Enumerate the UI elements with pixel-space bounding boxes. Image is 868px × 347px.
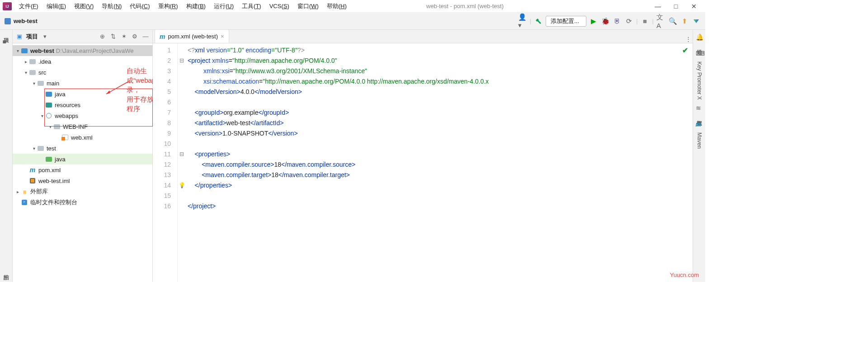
menu-help[interactable]: 帮助(H) bbox=[323, 1, 350, 11]
structure-icon[interactable]: ⠿ bbox=[3, 275, 10, 282]
tree-webinf[interactable]: ▾WEB-INF bbox=[13, 121, 152, 132]
tree-root[interactable]: ▾web-testD:\JavaLearn\Project\JavaWe bbox=[13, 45, 152, 56]
user-icon[interactable]: 👤▾ bbox=[518, 17, 527, 26]
tree-webapps[interactable]: ▾webapps bbox=[13, 110, 152, 121]
tree-test[interactable]: ▾test bbox=[13, 143, 152, 154]
settings-icon[interactable]: ⚙ bbox=[131, 33, 139, 41]
tree-resources[interactable]: resources bbox=[13, 99, 152, 110]
menu-build[interactable]: 构建(B) bbox=[183, 1, 209, 11]
bookmarks-icon[interactable]: ■ bbox=[3, 38, 10, 45]
translate-icon[interactable]: 文A bbox=[656, 17, 665, 26]
right-tool-strip: 🔔 通知 ⌨ Key Promoter X ≋ 数据库 m Maven bbox=[693, 30, 705, 282]
left-tool-strip: 项目 ■ 结构 ⠿ bbox=[0, 30, 13, 282]
debug-icon[interactable]: 🐞 bbox=[601, 17, 610, 26]
tree-java[interactable]: java bbox=[13, 89, 152, 99]
database-icon[interactable]: ≋ bbox=[696, 104, 703, 112]
tab-pom[interactable]: m pom.xml (web-test) × bbox=[155, 29, 229, 43]
tree-libs[interactable]: ▸⫼外部库 bbox=[13, 186, 152, 197]
update-icon[interactable]: ⬆ bbox=[680, 17, 689, 26]
tree-main[interactable]: ▾main bbox=[13, 78, 152, 89]
panel-view-icon[interactable]: ▣ bbox=[15, 33, 24, 41]
tree-test-java[interactable]: java bbox=[13, 154, 152, 164]
target-icon[interactable]: ⊕ bbox=[98, 33, 106, 41]
project-tree: ▾web-testD:\JavaLearn\Project\JavaWe ▸.i… bbox=[13, 43, 152, 210]
sort-icon[interactable]: ⇅ bbox=[109, 33, 117, 41]
panel-title: 项目 bbox=[26, 33, 38, 41]
maven-file-icon: m bbox=[160, 33, 165, 40]
navigation-bar: web-test 👤▾ | 添加配置... ▶ 🐞 ⛨ ⟳ | ■ | 文A 🔍… bbox=[0, 13, 705, 30]
keypromoter-icon[interactable]: ⌨ bbox=[696, 50, 703, 57]
build-icon[interactable] bbox=[534, 17, 543, 26]
menu-edit[interactable]: 编辑(E) bbox=[43, 1, 70, 11]
tab-close-icon[interactable]: × bbox=[221, 33, 224, 40]
menu-window[interactable]: 窗口(W) bbox=[294, 1, 322, 11]
stop-icon[interactable]: ■ bbox=[641, 17, 650, 26]
tab-more-icon[interactable]: ⋮ bbox=[684, 35, 693, 43]
maximize-icon[interactable]: □ bbox=[673, 3, 679, 10]
profile-icon[interactable]: ⟳ bbox=[624, 17, 633, 26]
tree-pom[interactable]: mpom.xml bbox=[13, 164, 152, 175]
bell-icon[interactable]: 🔔 bbox=[696, 33, 703, 41]
menu-navigate[interactable]: 导航(N) bbox=[98, 1, 125, 11]
hide-icon[interactable]: — bbox=[142, 33, 150, 41]
tool-keypromoter[interactable]: Key Promoter X bbox=[696, 61, 703, 100]
menu-tools[interactable]: 工具(T) bbox=[238, 1, 265, 11]
window-title: web-test - pom.xml (web-test) bbox=[426, 3, 504, 9]
expand-icon[interactable]: ✶ bbox=[120, 33, 128, 41]
bulb-icon[interactable]: 💡 bbox=[178, 180, 186, 191]
menu-file[interactable]: 文件(F) bbox=[15, 1, 42, 11]
menu-view[interactable]: 视图(V) bbox=[71, 1, 97, 11]
search-icon[interactable]: 🔍 bbox=[668, 17, 677, 26]
inspections-ok-icon[interactable]: ✔ bbox=[682, 46, 688, 55]
editor-area: m pom.xml (web-test) × ⋮ 123456789101112… bbox=[153, 30, 693, 282]
code-text[interactable]: <?xml version="1.0" encoding="UTF-8"?> <… bbox=[186, 43, 693, 282]
minimize-icon[interactable]: — bbox=[655, 3, 661, 10]
project-tool-window: ▣ 项目 ▾ ⊕ ⇅ ✶ ⚙ — ▾web-testD:\JavaLearn\P… bbox=[13, 30, 153, 282]
editor-tabs: m pom.xml (web-test) × ⋮ bbox=[153, 30, 693, 43]
module-icon bbox=[5, 18, 11, 24]
tree-scratch[interactable]: 临时文件和控制台 bbox=[13, 197, 152, 208]
codewithme-icon[interactable] bbox=[692, 17, 701, 26]
menu-run[interactable]: 运行(U) bbox=[210, 1, 237, 11]
tab-label: pom.xml (web-test) bbox=[168, 33, 218, 40]
tree-idea[interactable]: ▸.idea bbox=[13, 56, 152, 67]
close-icon[interactable]: ✕ bbox=[691, 3, 697, 10]
fold-gutter: ⊟ ⊟ 💡 bbox=[178, 43, 186, 282]
tree-iml[interactable]: web-test.iml bbox=[13, 175, 152, 186]
tree-webxml[interactable]: web.xml bbox=[13, 132, 152, 143]
line-gutter: 12345678910111213141516 bbox=[153, 43, 178, 282]
menu-bar: IJ 文件(F) 编辑(E) 视图(V) 导航(N) 代码(C) 重构(R) 构… bbox=[0, 0, 705, 13]
menu-code[interactable]: 代码(C) bbox=[126, 1, 153, 11]
chevron-down-icon[interactable]: ▾ bbox=[41, 33, 49, 41]
panel-header: ▣ 项目 ▾ ⊕ ⇅ ✶ ⚙ — bbox=[13, 30, 152, 43]
app-logo-icon: IJ bbox=[3, 2, 12, 10]
tool-maven[interactable]: Maven bbox=[696, 132, 703, 149]
maven-icon[interactable]: m bbox=[696, 121, 703, 128]
run-icon[interactable]: ▶ bbox=[589, 17, 598, 26]
menu-vcs[interactable]: VCS(S) bbox=[266, 2, 293, 10]
menu-refactor[interactable]: 重构(R) bbox=[155, 1, 182, 11]
watermark: Yuucn.com bbox=[670, 272, 699, 278]
code-editor[interactable]: 12345678910111213141516 ⊟ ⊟ 💡 <?xml vers… bbox=[153, 43, 693, 282]
breadcrumb-project[interactable]: web-test bbox=[14, 18, 38, 24]
tree-src[interactable]: ▾src bbox=[13, 67, 152, 78]
coverage-icon[interactable]: ⛨ bbox=[613, 17, 622, 26]
run-config-select[interactable]: 添加配置... bbox=[546, 16, 586, 27]
